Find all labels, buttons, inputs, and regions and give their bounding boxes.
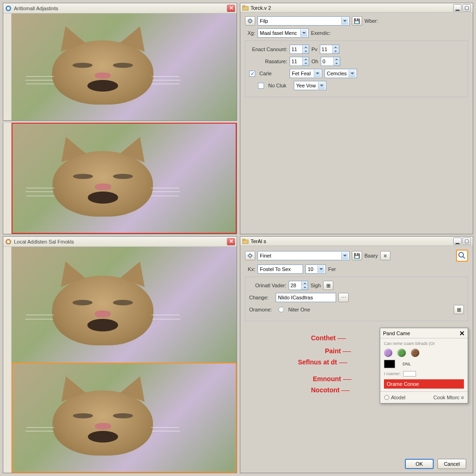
nocluk-checkbox[interactable] [258, 83, 264, 89]
change-more-button[interactable]: ⋯ [338, 293, 349, 302]
orinatl-spinner[interactable]: 28 [289, 281, 308, 290]
window-title-2: Local Addlsten Sal Fmokls [14, 239, 227, 245]
preset2-dropdown[interactable]: Finet [258, 251, 350, 260]
image-preview-2[interactable] [12, 123, 237, 234]
nocluk-label: No Cluk [268, 83, 291, 88]
oramone-label: Oramone: [249, 307, 276, 312]
left-ruler-3 [3, 247, 12, 473]
popup-close-icon[interactable]: ✕ [459, 330, 465, 337]
annot-conthet: Conthet [311, 334, 346, 342]
rasature-label: Rasature: [249, 59, 287, 64]
svg-point-1 [7, 7, 10, 10]
annot-nocotont: Nocotont [311, 386, 350, 394]
popup-subtitle: Can rerne coarn bilrads (Or [384, 341, 464, 346]
image-preview-1[interactable] [12, 13, 237, 120]
px-label: Pv [311, 46, 317, 52]
cancel-button[interactable]: Cancel [437, 459, 466, 469]
app-icon-2 [5, 238, 12, 245]
annot-seflnus: Seflnus at dt [298, 358, 347, 366]
panel1-titlebar: Torck.v 2 ▁ ▢ [240, 3, 473, 13]
panel2-body: Finet 💾 Baary ≡ Kx: Fostel To Sex 10 Fer… [240, 246, 473, 325]
svg-rect-5 [243, 6, 245, 7]
panel2-min-button[interactable]: ▁ [453, 238, 462, 245]
panel-top-right: Torck.v 2 ▁ ▢ Filp 💾 Wber: Xg: Maal fase… [240, 3, 473, 234]
kx-num-dropdown[interactable]: 10 [305, 264, 326, 274]
folder-icon [242, 5, 249, 11]
svg-point-3 [7, 240, 10, 243]
gear-button[interactable] [245, 16, 255, 26]
save-preset-button[interactable]: 💾 [352, 16, 362, 26]
svg-point-6 [249, 20, 251, 22]
save-preset2-button[interactable]: 💾 [352, 251, 362, 260]
color-swatch[interactable] [384, 360, 395, 368]
window-bottom-left: Local Addlsten Sal Fmokls ✕ [3, 236, 237, 473]
svg-point-10 [459, 252, 463, 257]
image-preview-4[interactable] [12, 363, 237, 473]
svg-point-11 [384, 395, 389, 400]
close-button[interactable]: ✕ [227, 5, 235, 12]
enact-spinner[interactable]: 11 [290, 45, 309, 54]
titlebar-top-left: Aritlomall Adjastints ✕ [3, 3, 237, 13]
yevow-dropdown[interactable]: Yee Vow [294, 81, 326, 90]
xg-dropdown[interactable]: Maal fasel Menc [258, 28, 309, 38]
popup-more-link[interactable]: Cook Mtorc ≡ [433, 395, 464, 400]
image-slot-2 [3, 123, 237, 234]
roamer-field[interactable] [403, 371, 416, 377]
svg-point-9 [249, 254, 251, 257]
wber-label: Wber: [364, 18, 378, 24]
panel2-max-button[interactable]: ▢ [463, 238, 471, 245]
colordot-brown[interactable] [411, 349, 419, 357]
baary-label: Baary [364, 253, 378, 258]
panel-bottom-right: TerAl s ▁ ▢ Finet 💾 Baary ≡ Kx: Fostel T… [240, 236, 473, 473]
sigh-label: Sigh [311, 283, 321, 288]
left-ruler [3, 13, 12, 120]
roamer-label: I roamer: [384, 371, 401, 376]
panel1-body: Filp 💾 Wber: Xg: Maal fasel Menc Exendic… [240, 13, 473, 101]
ok-button[interactable]: OK [405, 459, 434, 469]
change-label: Change: [249, 295, 273, 300]
rasature-spinner[interactable]: 11 [290, 57, 309, 66]
xg-label: Xg: [245, 30, 255, 36]
fer-label: Fer [328, 266, 336, 272]
oramone-radio[interactable] [278, 307, 284, 312]
panel1-min-button[interactable]: ▁ [453, 4, 462, 12]
params2-group: Orinatl Vader: 28 Sigh ⊞ Change: Nlido I… [245, 277, 468, 321]
annot-emnount: Emnount [313, 375, 351, 383]
panel1-title: Torck.v 2 [251, 5, 271, 11]
baary-menu-button[interactable]: ≡ [380, 251, 390, 260]
carle-dropdown[interactable]: Fet Feal [290, 69, 322, 78]
oramone-opt: Niter One [288, 307, 310, 312]
gear-button-2[interactable] [245, 251, 255, 260]
dnl-label: DNL [403, 362, 411, 366]
titlebar-bottom-left: Local Addlsten Sal Fmokls ✕ [3, 237, 237, 247]
popup-about-link[interactable]: Atodel [384, 395, 405, 400]
panel1-max-button[interactable]: ▢ [463, 4, 471, 12]
image-preview-3[interactable] [12, 247, 237, 363]
panel2-titlebar: TerAl s ▁ ▢ [240, 237, 473, 246]
colordot-purple[interactable] [384, 349, 392, 357]
popup-pand-came: Pand Came ✕ Can rerne coarn bilrads (Or … [380, 328, 468, 403]
window-title: Aritlomall Adjastints [14, 6, 227, 11]
change-field[interactable]: Nlido ICasdtras [276, 293, 336, 302]
dialog-buttons: OK Cancel [405, 459, 466, 469]
oramone-grid-button[interactable]: ⊞ [454, 305, 464, 314]
close-button-2[interactable]: ✕ [227, 238, 235, 245]
px-spinner[interactable]: 11 [320, 45, 339, 54]
popup-red-button[interactable]: Orame Conoe [384, 379, 464, 389]
app-icon [5, 5, 12, 12]
cemcles-dropdown[interactable]: Cemcles [324, 69, 357, 78]
params-group: Enact Canount: 11 Pv 11 Rasature: 11 Oh … [245, 40, 468, 97]
kx-value-dropdown[interactable]: Fostel To Sex [258, 264, 303, 274]
preset-dropdown[interactable]: Filp [258, 16, 350, 26]
enact-label: Enact Canount: [249, 46, 287, 52]
carle-checkbox[interactable] [249, 71, 255, 77]
orinatl-label: Orinatl Vader: [249, 283, 286, 288]
window-top-left: Aritlomall Adjastints ✕ [3, 3, 237, 121]
left-ruler-2 [3, 123, 12, 234]
oh-spinner[interactable]: 0 [321, 57, 340, 66]
popup-titlebar: Pand Came ✕ [380, 328, 468, 338]
folder-icon-2 [242, 238, 249, 245]
search-badge-icon[interactable] [456, 250, 468, 262]
colordot-green[interactable] [397, 349, 406, 357]
sigh-button[interactable]: ⊞ [323, 281, 333, 290]
